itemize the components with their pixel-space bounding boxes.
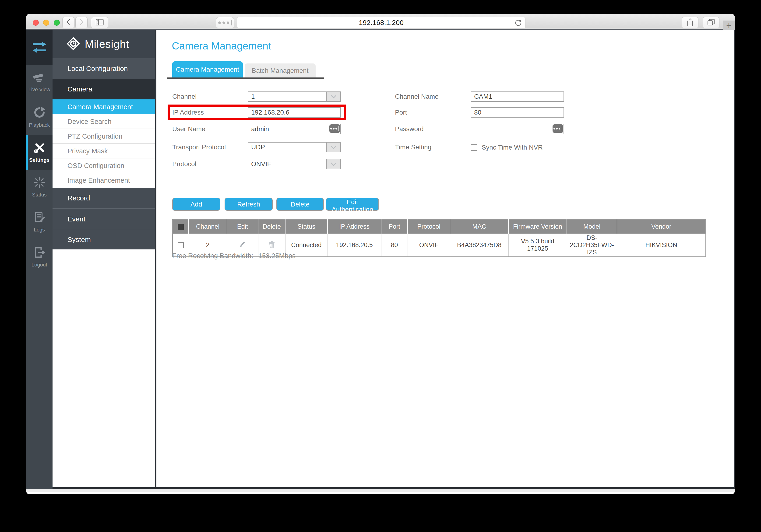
channel-name-input[interactable]: [471, 91, 564, 102]
protocol-select-value: ONVIF: [248, 160, 271, 168]
delete-button[interactable]: Delete: [276, 198, 324, 211]
channel-select[interactable]: 1: [248, 91, 341, 102]
sidebar-item-label: Logout: [31, 262, 47, 268]
menu-ptz-configuration[interactable]: PTZ Configuration: [52, 129, 155, 144]
port-input[interactable]: [471, 107, 564, 118]
chevron-down-icon[interactable]: [326, 142, 340, 152]
tab-camera-management[interactable]: Camera Management: [172, 61, 243, 78]
minimize-window-button[interactable]: [43, 20, 49, 26]
col-ip-address: IP Address: [327, 220, 381, 234]
sync-time-checkbox[interactable]: [471, 144, 477, 151]
sidebar-item-label: Live View: [29, 86, 50, 93]
protocol-row: Protocol ONVIF: [172, 159, 345, 169]
forward-button[interactable]: [75, 17, 88, 28]
brand-name: Milesight: [85, 38, 129, 50]
user-name-label: User Name: [172, 124, 205, 134]
menu-event[interactable]: Event: [52, 208, 155, 229]
zoom-window-button[interactable]: [54, 20, 60, 26]
menu-local-configuration[interactable]: Local Configuration: [52, 58, 155, 79]
logout-icon: [33, 247, 45, 259]
col-vendor: Vendor: [617, 220, 706, 234]
brand-logo: Milesight: [52, 30, 155, 58]
share-button[interactable]: [682, 17, 698, 28]
user-name-input[interactable]: [248, 124, 341, 134]
sidebar-toggle-button[interactable]: [91, 17, 108, 28]
transport-protocol-select[interactable]: UDP: [248, 142, 341, 152]
port-row: Port: [395, 107, 565, 118]
address-bar[interactable]: 192.168.1.200: [237, 17, 525, 28]
password-label: Password: [395, 124, 424, 134]
reload-icon[interactable]: [514, 19, 522, 27]
cell-mac: B4A3823475D8: [450, 234, 508, 257]
sidebar-item-label: Logs: [34, 227, 45, 233]
content-area: Camera Management Camera Management Batc…: [156, 30, 734, 487]
sidebar-item-playback[interactable]: Playback: [26, 100, 52, 135]
trash-icon[interactable]: [268, 243, 275, 250]
menu-device-search[interactable]: Device Search: [52, 114, 155, 129]
chevron-down-icon[interactable]: [326, 92, 340, 101]
user-name-row: User Name: [172, 124, 345, 134]
sidebar-item-live-view[interactable]: Live View: [26, 65, 52, 100]
tab-batch-management[interactable]: Batch Management: [245, 64, 316, 78]
row-checkbox[interactable]: [178, 242, 184, 248]
back-button[interactable]: [62, 17, 75, 28]
transport-protocol-row: Transport Protocol UDP: [172, 142, 345, 152]
sidebar-item-settings[interactable]: Settings: [26, 135, 52, 170]
logs-document-icon: [33, 212, 45, 224]
edit-pencil-icon[interactable]: [239, 242, 246, 249]
channel-row: Channel 1: [172, 91, 345, 102]
settings-menu: Milesight Local Configuration Camera Cam…: [52, 30, 156, 487]
collapse-sidebar-button[interactable]: [26, 30, 52, 65]
edit-authentication-button[interactable]: Edit Authentication: [326, 198, 379, 211]
refresh-button[interactable]: Refresh: [225, 198, 273, 211]
page-title: Camera Management: [172, 40, 271, 52]
chevron-down-icon[interactable]: [326, 159, 340, 169]
keyboard-input-icon[interactable]: [329, 124, 340, 133]
tab-underline: [167, 78, 324, 79]
col-firmware: Firmware Version: [508, 220, 567, 234]
menu-camera[interactable]: Camera: [52, 79, 155, 99]
menu-osd-configuration[interactable]: OSD Configuration: [52, 158, 155, 173]
sidebar-item-logs[interactable]: Logs: [26, 205, 52, 240]
table-header-row: Channel Edit Delete Status IP Address Po…: [172, 220, 706, 234]
app-icon-sidebar: Live View Playback Settings Status Logs …: [26, 30, 52, 489]
sidebar-item-logout[interactable]: Logout: [26, 240, 52, 275]
swap-arrows-icon: [33, 42, 46, 53]
keyboard-input-icon[interactable]: [553, 124, 563, 133]
sidebar-item-label: Status: [32, 192, 46, 198]
close-window-button[interactable]: [33, 20, 39, 26]
browser-toolbar: 192.168.1.200 +: [26, 14, 735, 30]
protocol-select[interactable]: ONVIF: [248, 159, 341, 169]
sidebar-item-status[interactable]: Status: [26, 170, 52, 205]
col-status: Status: [285, 220, 327, 234]
playback-icon: [33, 107, 45, 119]
tabs-overview-button[interactable]: [703, 17, 720, 28]
menu-record[interactable]: Record: [52, 188, 155, 208]
select-all-header: [172, 220, 189, 234]
select-all-checkbox[interactable]: [178, 224, 184, 230]
nvr-app: Live View Playback Settings Status Logs …: [26, 30, 735, 489]
sidebar-item-label: Playback: [29, 122, 50, 128]
col-mac: MAC: [450, 220, 508, 234]
channel-name-row: Channel Name: [395, 91, 565, 102]
sidebar-item-label: Settings: [29, 157, 49, 163]
add-button[interactable]: Add: [172, 198, 220, 211]
sidebar-panel-icon: [96, 19, 104, 27]
menu-image-enhancement[interactable]: Image Enhancement: [52, 173, 155, 188]
menu-privacy-mask[interactable]: Privacy Mask: [52, 144, 155, 158]
cell-protocol: ONVIF: [408, 234, 450, 257]
main-pane: Milesight Local Configuration Camera Cam…: [52, 30, 735, 489]
url-text: 192.168.1.200: [359, 19, 404, 27]
status-spinner-icon: [34, 177, 45, 189]
menu-camera-management[interactable]: Camera Management: [52, 99, 155, 114]
window-bottom-edge: [26, 489, 735, 492]
transport-protocol-label: Transport Protocol: [172, 142, 226, 152]
password-input[interactable]: [471, 124, 564, 134]
tab-group-dots-button[interactable]: [216, 17, 234, 28]
cell-vendor: HIKVISION: [617, 234, 706, 257]
password-row: Password: [395, 124, 565, 134]
menu-system[interactable]: System: [52, 229, 155, 249]
new-tab-button[interactable]: +: [723, 21, 735, 31]
transport-protocol-value: UDP: [248, 143, 265, 151]
channel-name-label: Channel Name: [395, 91, 439, 102]
